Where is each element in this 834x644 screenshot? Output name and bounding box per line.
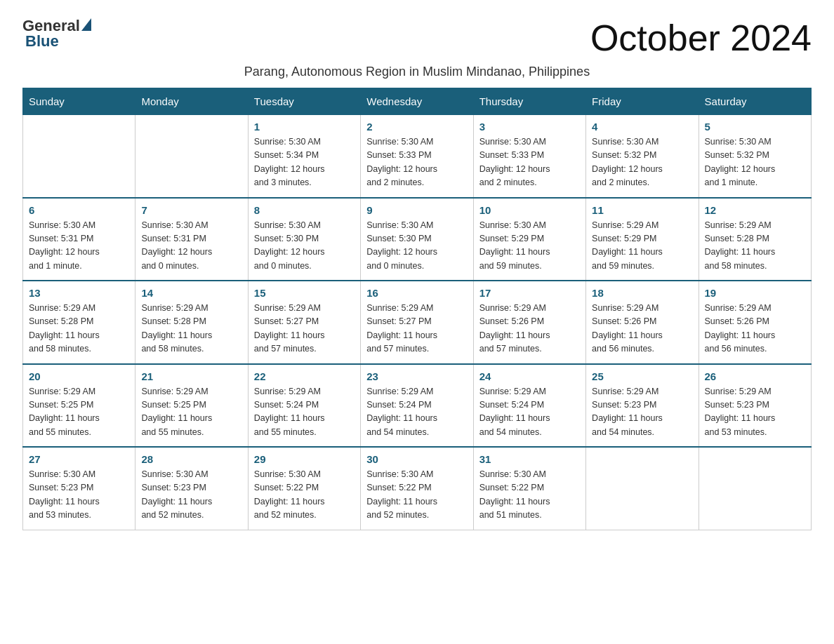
day-info: Sunrise: 5:29 AM Sunset: 5:23 PM Dayligh… (705, 385, 805, 440)
calendar-cell: 28Sunrise: 5:30 AM Sunset: 5:23 PM Dayli… (135, 447, 248, 530)
calendar-cell: 15Sunrise: 5:29 AM Sunset: 5:27 PM Dayli… (248, 281, 360, 364)
calendar-table: SundayMondayTuesdayWednesdayThursdayFrid… (22, 88, 812, 530)
calendar-cell (135, 115, 248, 198)
day-number: 31 (479, 453, 580, 465)
weekday-header-thursday: Thursday (473, 88, 585, 115)
day-info: Sunrise: 5:29 AM Sunset: 5:25 PM Dayligh… (29, 385, 129, 440)
calendar-cell: 24Sunrise: 5:29 AM Sunset: 5:24 PM Dayli… (473, 364, 585, 448)
calendar-cell: 13Sunrise: 5:29 AM Sunset: 5:28 PM Dayli… (23, 281, 135, 364)
day-number: 17 (479, 287, 580, 299)
calendar-subtitle: Parang, Autonomous Region in Muslim Mind… (22, 65, 812, 79)
logo-arrow-icon (81, 18, 91, 31)
day-info: Sunrise: 5:29 AM Sunset: 5:27 PM Dayligh… (366, 302, 467, 356)
calendar-cell: 22Sunrise: 5:29 AM Sunset: 5:24 PM Dayli… (248, 364, 360, 448)
day-info: Sunrise: 5:30 AM Sunset: 5:32 PM Dayligh… (592, 135, 692, 190)
day-info: Sunrise: 5:30 AM Sunset: 5:31 PM Dayligh… (29, 219, 129, 274)
weekday-header-wednesday: Wednesday (361, 88, 473, 115)
day-number: 9 (366, 204, 467, 216)
page-header: General Blue October 2024 (22, 17, 812, 59)
day-info: Sunrise: 5:29 AM Sunset: 5:28 PM Dayligh… (705, 219, 805, 274)
logo-blue-text: Blue (25, 32, 59, 51)
calendar-week-row: 6Sunrise: 5:30 AM Sunset: 5:31 PM Daylig… (23, 198, 812, 281)
calendar-cell: 14Sunrise: 5:29 AM Sunset: 5:28 PM Dayli… (135, 281, 248, 364)
calendar-cell: 12Sunrise: 5:29 AM Sunset: 5:28 PM Dayli… (699, 198, 811, 281)
calendar-cell: 5Sunrise: 5:30 AM Sunset: 5:32 PM Daylig… (699, 115, 811, 198)
day-info: Sunrise: 5:30 AM Sunset: 5:32 PM Dayligh… (705, 135, 805, 190)
calendar-cell (23, 115, 135, 198)
day-info: Sunrise: 5:30 AM Sunset: 5:22 PM Dayligh… (366, 468, 467, 523)
day-number: 6 (29, 204, 129, 216)
calendar-cell: 20Sunrise: 5:29 AM Sunset: 5:25 PM Dayli… (23, 364, 135, 448)
day-info: Sunrise: 5:29 AM Sunset: 5:23 PM Dayligh… (592, 385, 692, 440)
day-info: Sunrise: 5:29 AM Sunset: 5:29 PM Dayligh… (592, 219, 692, 274)
day-info: Sunrise: 5:29 AM Sunset: 5:26 PM Dayligh… (479, 302, 580, 356)
calendar-cell: 26Sunrise: 5:29 AM Sunset: 5:23 PM Dayli… (699, 364, 811, 448)
day-number: 22 (254, 370, 355, 382)
weekday-header-saturday: Saturday (699, 88, 811, 115)
calendar-cell: 29Sunrise: 5:30 AM Sunset: 5:22 PM Dayli… (248, 447, 360, 530)
calendar-cell (699, 447, 811, 530)
day-info: Sunrise: 5:30 AM Sunset: 5:33 PM Dayligh… (366, 135, 467, 190)
day-number: 20 (29, 370, 129, 382)
calendar-week-row: 1Sunrise: 5:30 AM Sunset: 5:34 PM Daylig… (23, 115, 812, 198)
day-number: 23 (366, 370, 467, 382)
day-info: Sunrise: 5:29 AM Sunset: 5:26 PM Dayligh… (592, 302, 692, 356)
calendar-cell: 1Sunrise: 5:30 AM Sunset: 5:34 PM Daylig… (248, 115, 360, 198)
calendar-cell: 27Sunrise: 5:30 AM Sunset: 5:23 PM Dayli… (23, 447, 135, 530)
weekday-header-friday: Friday (586, 88, 699, 115)
calendar-cell: 3Sunrise: 5:30 AM Sunset: 5:33 PM Daylig… (473, 115, 585, 198)
day-info: Sunrise: 5:30 AM Sunset: 5:22 PM Dayligh… (479, 468, 580, 523)
day-info: Sunrise: 5:30 AM Sunset: 5:30 PM Dayligh… (254, 219, 355, 274)
day-number: 5 (705, 121, 805, 133)
calendar-cell: 23Sunrise: 5:29 AM Sunset: 5:24 PM Dayli… (361, 364, 473, 448)
day-number: 19 (705, 287, 805, 299)
calendar-week-row: 20Sunrise: 5:29 AM Sunset: 5:25 PM Dayli… (23, 364, 812, 448)
day-number: 12 (705, 204, 805, 216)
weekday-header-monday: Monday (135, 88, 248, 115)
day-number: 27 (29, 453, 129, 465)
day-info: Sunrise: 5:29 AM Sunset: 5:25 PM Dayligh… (141, 385, 241, 440)
day-info: Sunrise: 5:29 AM Sunset: 5:24 PM Dayligh… (254, 385, 355, 440)
calendar-cell (586, 447, 699, 530)
day-number: 2 (366, 121, 467, 133)
day-number: 3 (479, 121, 580, 133)
calendar-week-row: 27Sunrise: 5:30 AM Sunset: 5:23 PM Dayli… (23, 447, 812, 530)
calendar-cell: 25Sunrise: 5:29 AM Sunset: 5:23 PM Dayli… (586, 364, 699, 448)
day-info: Sunrise: 5:30 AM Sunset: 5:29 PM Dayligh… (479, 219, 580, 274)
day-info: Sunrise: 5:29 AM Sunset: 5:24 PM Dayligh… (479, 385, 580, 440)
calendar-cell: 30Sunrise: 5:30 AM Sunset: 5:22 PM Dayli… (361, 447, 473, 530)
calendar-cell: 31Sunrise: 5:30 AM Sunset: 5:22 PM Dayli… (473, 447, 585, 530)
day-info: Sunrise: 5:29 AM Sunset: 5:28 PM Dayligh… (29, 302, 129, 356)
logo: General Blue (22, 17, 91, 51)
day-info: Sunrise: 5:30 AM Sunset: 5:23 PM Dayligh… (141, 468, 241, 523)
day-number: 11 (592, 204, 692, 216)
calendar-cell: 17Sunrise: 5:29 AM Sunset: 5:26 PM Dayli… (473, 281, 585, 364)
day-info: Sunrise: 5:30 AM Sunset: 5:34 PM Dayligh… (254, 135, 355, 190)
day-info: Sunrise: 5:30 AM Sunset: 5:33 PM Dayligh… (479, 135, 580, 190)
calendar-cell: 19Sunrise: 5:29 AM Sunset: 5:26 PM Dayli… (699, 281, 811, 364)
day-number: 26 (705, 370, 805, 382)
day-number: 21 (141, 370, 241, 382)
day-number: 8 (254, 204, 355, 216)
day-number: 16 (366, 287, 467, 299)
calendar-cell: 21Sunrise: 5:29 AM Sunset: 5:25 PM Dayli… (135, 364, 248, 448)
calendar-week-row: 13Sunrise: 5:29 AM Sunset: 5:28 PM Dayli… (23, 281, 812, 364)
day-number: 24 (479, 370, 580, 382)
calendar-cell: 9Sunrise: 5:30 AM Sunset: 5:30 PM Daylig… (361, 198, 473, 281)
weekday-header-sunday: Sunday (23, 88, 135, 115)
day-number: 25 (592, 370, 692, 382)
day-number: 28 (141, 453, 241, 465)
calendar-cell: 18Sunrise: 5:29 AM Sunset: 5:26 PM Dayli… (586, 281, 699, 364)
day-number: 15 (254, 287, 355, 299)
day-info: Sunrise: 5:30 AM Sunset: 5:22 PM Dayligh… (254, 468, 355, 523)
weekday-header-tuesday: Tuesday (248, 88, 360, 115)
day-number: 30 (366, 453, 467, 465)
calendar-cell: 7Sunrise: 5:30 AM Sunset: 5:31 PM Daylig… (135, 198, 248, 281)
day-info: Sunrise: 5:30 AM Sunset: 5:31 PM Dayligh… (141, 219, 241, 274)
calendar-cell: 8Sunrise: 5:30 AM Sunset: 5:30 PM Daylig… (248, 198, 360, 281)
day-number: 4 (592, 121, 692, 133)
day-number: 13 (29, 287, 129, 299)
day-info: Sunrise: 5:29 AM Sunset: 5:28 PM Dayligh… (141, 302, 241, 356)
day-info: Sunrise: 5:29 AM Sunset: 5:27 PM Dayligh… (254, 302, 355, 356)
calendar-cell: 6Sunrise: 5:30 AM Sunset: 5:31 PM Daylig… (23, 198, 135, 281)
